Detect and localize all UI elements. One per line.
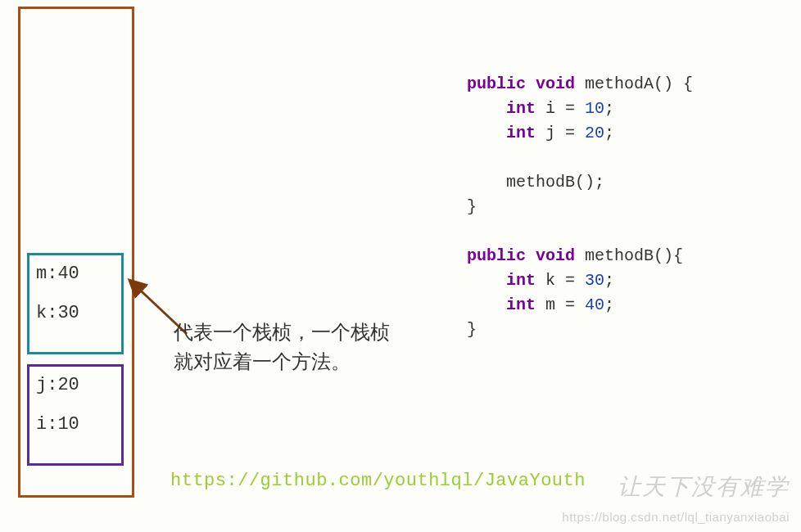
code-methodB-m: int m = 40; [467, 293, 693, 318]
code-blank [467, 146, 693, 170]
stack-frame-methodB: m:40 k:30 [27, 253, 124, 354]
stack-var-i: i:10 [36, 414, 115, 435]
stack-var-j: j:20 [36, 375, 115, 396]
annotation-line2: 就对应着一个方法。 [174, 347, 390, 376]
code-block: public void methodA() { int i = 10; int … [467, 72, 693, 342]
github-url: https://github.com/youthlql/JavaYouth [170, 471, 586, 491]
code-methodB-k: int k = 30; [467, 268, 693, 293]
code-methodA-call: methodB(); [467, 170, 693, 195]
watermark-url: https://blog.csdn.net/lql_tianyanxiaobai [562, 510, 790, 524]
code-methodA-sig: public void methodA() { [467, 72, 693, 97]
code-methodA-j: int j = 20; [467, 121, 693, 146]
stack-var-k: k:30 [36, 303, 115, 324]
annotation-text: 代表一个栈桢，一个栈桢 就对应着一个方法。 [174, 318, 390, 376]
annotation-line1: 代表一个栈桢，一个栈桢 [174, 318, 390, 347]
code-blank2 [467, 219, 693, 244]
code-methodB-close: } [467, 318, 693, 342]
stack-frame-methodA: j:20 i:10 [27, 364, 124, 466]
stack-container: m:40 k:30 j:20 i:10 [18, 7, 134, 498]
code-methodA-i: int i = 10; [467, 97, 693, 121]
watermark-text: 让天下没有难学 [618, 471, 790, 503]
stack-var-m: m:40 [36, 264, 115, 285]
code-methodA-close: } [467, 195, 693, 219]
code-methodB-sig: public void methodB(){ [467, 244, 693, 268]
